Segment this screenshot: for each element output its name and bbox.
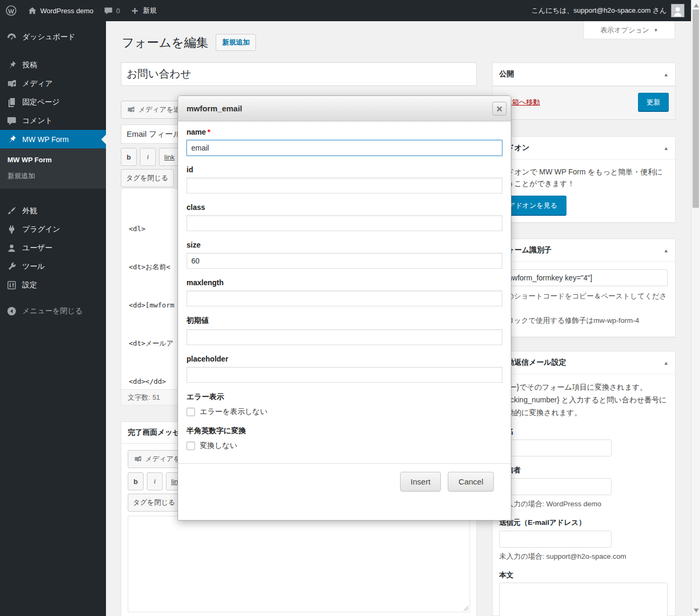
dialog-titlebar[interactable]: mwform_email xyxy=(178,96,511,121)
sliders-icon xyxy=(6,280,17,291)
publish-panel-header[interactable]: 公開 ▲ xyxy=(493,63,675,86)
sender-input[interactable] xyxy=(499,478,612,495)
bold-quicktag-button[interactable]: b xyxy=(128,472,144,490)
new-content-menu[interactable]: 新規 xyxy=(125,0,162,21)
site-home-link[interactable]: WordPress demo xyxy=(22,0,99,21)
wordpress-admin-page: WordPress demo 0 新規 こんにちは、support@h2o-sp… xyxy=(0,0,700,616)
scrollbar-thumb[interactable] xyxy=(693,10,699,208)
dialog-close-button[interactable] xyxy=(492,102,507,116)
avatar xyxy=(671,4,685,17)
from-email-label: 送信元（E-mailアドレス） xyxy=(499,518,669,527)
screen-options-label: 表示オプション xyxy=(600,25,650,35)
sidebar-item-plugins[interactable]: プラグイン xyxy=(0,220,106,239)
sidebar-item-dashboard[interactable]: ダッシュボード xyxy=(0,28,106,46)
update-button[interactable]: 更新 xyxy=(638,93,669,112)
resize-handle[interactable] xyxy=(463,605,468,611)
error-display-label: エラー表示 xyxy=(187,392,502,402)
mail-body-textarea[interactable] xyxy=(499,583,668,616)
panel-toggle-icon[interactable]: ▲ xyxy=(663,360,669,366)
scroll-down-arrow[interactable] xyxy=(694,609,699,612)
name-field-label: name* xyxy=(187,128,502,136)
sidebar-item-mw-wp-form[interactable]: MW WP Form xyxy=(0,130,106,148)
scroll-up-arrow[interactable] xyxy=(694,4,699,7)
insert-button[interactable]: Insert xyxy=(400,472,441,491)
submenu-item-mw-wp-form[interactable]: MW WP Form xyxy=(0,152,106,168)
cancel-button[interactable]: Cancel xyxy=(448,472,494,491)
comment-bubble-icon xyxy=(104,6,113,15)
sidebar-item-tools[interactable]: ツール xyxy=(0,257,106,276)
no-convert-checkbox[interactable] xyxy=(187,442,195,450)
no-error-display-checkbox[interactable] xyxy=(187,408,195,416)
sidebar-label: コメント xyxy=(22,116,52,126)
sender-label: 送信者 xyxy=(499,465,669,475)
italic-quicktag-button[interactable]: i xyxy=(147,472,163,490)
collapse-arrow-icon xyxy=(6,306,17,316)
page-title: フォームを編集 xyxy=(122,34,208,51)
admin-bar: WordPress demo 0 新規 こんにちは、support@h2o-sp… xyxy=(0,0,691,21)
person-icon xyxy=(672,5,684,17)
pages-icon xyxy=(6,97,17,108)
size-input[interactable] xyxy=(187,253,502,269)
char-count-value: 51 xyxy=(153,393,160,401)
form-title-input[interactable] xyxy=(121,62,477,86)
class-field-label: class xyxy=(187,203,502,212)
mw-wp-form-submenu: MW WP Form 新規追加 xyxy=(0,148,106,189)
sidebar-item-posts[interactable]: 投稿 xyxy=(0,56,106,74)
close-tags-button[interactable]: タグを閉じる xyxy=(128,494,181,512)
greeting-text: こんにちは、support@h2o-space.com さん xyxy=(531,6,667,15)
site-name: WordPress demo xyxy=(40,7,93,15)
comments-shortcut[interactable]: 0 xyxy=(99,0,125,21)
pin-icon xyxy=(6,60,17,71)
new-label: 新規 xyxy=(143,6,156,15)
sidebar-item-settings[interactable]: 設定 xyxy=(0,276,106,294)
subject-input[interactable] xyxy=(499,439,612,456)
subject-label: 件名 xyxy=(499,427,669,436)
complete-message-textarea[interactable] xyxy=(128,516,470,612)
wordpress-logo-menu[interactable] xyxy=(0,0,22,21)
shortcode-help: このショートコードをコピー＆ペーストしてください。 xyxy=(499,291,669,314)
no-error-display-label: エラーを表示しない xyxy=(200,407,268,417)
default-value-input[interactable] xyxy=(187,329,502,345)
sidebar-label: メディア xyxy=(22,79,52,89)
maxlength-input[interactable] xyxy=(187,291,502,306)
sidebar-label: 外観 xyxy=(22,206,37,216)
sidebar-item-appearance[interactable]: 外観 xyxy=(0,201,106,220)
add-new-button[interactable]: 新規追加 xyxy=(216,34,256,51)
account-menu[interactable]: こんにちは、support@h2o-space.com さん xyxy=(525,4,691,17)
close-tags-button[interactable]: タグを閉じる xyxy=(121,169,174,187)
sidebar-item-media[interactable]: メディア xyxy=(0,74,106,93)
sidebar-item-users[interactable]: ユーザー xyxy=(0,239,106,257)
close-icon xyxy=(497,106,502,112)
sidebar-item-comments[interactable]: コメント xyxy=(0,111,106,130)
sidebar-item-pages[interactable]: 固定ページ xyxy=(0,93,106,111)
sidebar-label: 設定 xyxy=(22,280,37,290)
submenu-item-add-new[interactable]: 新規追加 xyxy=(0,168,106,184)
placeholder-input[interactable] xyxy=(187,367,502,383)
media-icon xyxy=(127,105,135,114)
link-quicktag-button[interactable]: link xyxy=(159,148,180,166)
panel-toggle-icon[interactable]: ▲ xyxy=(663,145,669,151)
convert-halfwidth-label: 半角英数字に変換 xyxy=(187,426,502,436)
class-input[interactable] xyxy=(187,215,502,231)
panel-toggle-icon[interactable]: ▲ xyxy=(663,248,669,253)
shortcode-input[interactable] xyxy=(499,269,668,286)
auto-reply-panel-header[interactable]: 自動返信メール設定 ▲ xyxy=(493,351,675,374)
from-email-input[interactable] xyxy=(499,531,612,548)
addon-panel-header[interactable]: アドオン ▲ xyxy=(493,137,675,160)
chevron-down-icon: ▼ xyxy=(653,28,658,33)
name-input[interactable] xyxy=(187,140,502,156)
panel-toggle-icon[interactable]: ▲ xyxy=(663,72,669,77)
maxlength-field-label: maxlength xyxy=(187,278,502,287)
pin-icon xyxy=(6,134,17,145)
italic-quicktag-button[interactable]: i xyxy=(140,148,156,166)
collapse-menu-button[interactable]: メニューを閉じる xyxy=(0,302,106,320)
char-count-label: 文字数: xyxy=(128,393,150,402)
form-identifier-panel-header[interactable]: フォーム識別子 ▲ xyxy=(493,239,675,262)
screen-options-tab[interactable]: 表示オプション ▼ xyxy=(583,21,675,39)
id-input[interactable] xyxy=(187,178,502,193)
addon-panel: アドオン ▲ アドオンで MW WP Form をもっと簡単・便利に使うことがで… xyxy=(492,136,676,223)
sidebar-label: MW WP Form xyxy=(22,135,69,144)
mwform-email-dialog: mwform_email name* id class size maxleng… xyxy=(178,95,511,521)
block-modifier-help: ブロックで使用する修飾子はmw-wp-form-4 xyxy=(499,315,669,327)
bold-quicktag-button[interactable]: b xyxy=(121,148,137,166)
